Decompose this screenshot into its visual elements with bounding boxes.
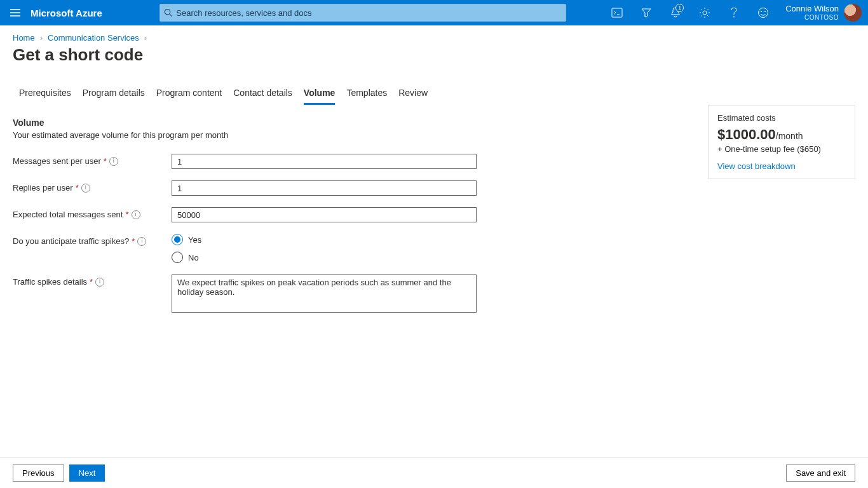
cost-setup-fee: + One-time setup fee ($650) xyxy=(717,144,846,154)
global-search[interactable] xyxy=(159,4,566,22)
info-icon[interactable]: i xyxy=(132,210,140,219)
tab-review[interactable]: Review xyxy=(398,88,428,105)
tab-program-content[interactable]: Program content xyxy=(156,88,222,105)
directories-button[interactable] xyxy=(632,0,661,25)
bottom-bar: Previous Next Save and exit xyxy=(0,458,868,488)
chevron-right-icon: › xyxy=(144,33,147,43)
label-total-messages: Expected total messages sent * i xyxy=(13,207,172,219)
tab-prerequisites[interactable]: Prerequisites xyxy=(19,88,71,105)
previous-button[interactable]: Previous xyxy=(13,464,64,482)
search-input[interactable] xyxy=(176,8,561,18)
radio-spikes-no[interactable]: No xyxy=(172,252,201,263)
tab-volume[interactable]: Volume xyxy=(304,88,336,105)
top-icons: 1 Connie Wilson CONTOSO xyxy=(602,0,868,25)
cost-title: Estimated costs xyxy=(717,113,846,123)
messages-per-user-input[interactable] xyxy=(172,154,477,169)
svg-point-6 xyxy=(761,11,762,12)
save-and-exit-button[interactable]: Save and exit xyxy=(786,464,855,482)
estimated-cost-card: Estimated costs $1000.00/month + One-tim… xyxy=(708,105,855,179)
cloud-shell-button[interactable] xyxy=(602,0,632,25)
tenant-name: CONTOSO xyxy=(785,14,839,22)
svg-line-1 xyxy=(170,14,172,17)
svg-point-0 xyxy=(165,9,170,14)
next-button[interactable]: Next xyxy=(69,464,105,482)
info-icon[interactable]: i xyxy=(95,278,104,287)
form-area: Volume Your estimated average volume for… xyxy=(0,105,868,315)
required-mark: * xyxy=(132,236,135,246)
replies-per-user-input[interactable] xyxy=(172,180,477,196)
tab-templates[interactable]: Templates xyxy=(346,88,387,105)
label-traffic-spikes: Do you anticipate traffic spikes?* i xyxy=(13,234,172,246)
account-block[interactable]: Connie Wilson CONTOSO xyxy=(778,4,844,22)
svg-point-7 xyxy=(764,11,766,12)
label-spikes-details: Traffic spikes details* i xyxy=(13,274,172,287)
radio-icon xyxy=(172,234,183,245)
hamburger-menu[interactable] xyxy=(0,0,31,25)
total-messages-input[interactable] xyxy=(172,207,477,222)
cost-period: /month xyxy=(776,131,803,141)
label-messages-per-user: Messages sent per user * i xyxy=(13,154,172,166)
search-icon xyxy=(164,8,173,17)
info-icon[interactable]: i xyxy=(81,184,90,193)
page-title: Get a short code xyxy=(0,44,868,70)
svg-point-5 xyxy=(759,8,768,18)
svg-point-4 xyxy=(733,17,735,18)
user-name: Connie Wilson xyxy=(785,4,839,14)
filter-icon xyxy=(641,8,652,18)
help-button[interactable] xyxy=(719,0,749,25)
feedback-button[interactable] xyxy=(749,0,778,25)
brand-label: Microsoft Azure xyxy=(31,8,128,18)
help-icon xyxy=(731,8,737,18)
cost-breakdown-link[interactable]: View cost breakdown xyxy=(717,161,796,171)
info-icon[interactable]: i xyxy=(109,157,118,166)
chevron-right-icon: › xyxy=(40,33,43,43)
svg-rect-2 xyxy=(612,8,622,17)
hamburger-icon xyxy=(10,9,20,17)
cost-amount: $1000.00 xyxy=(717,126,776,142)
required-mark: * xyxy=(90,277,93,287)
settings-button[interactable] xyxy=(690,0,719,25)
breadcrumb: Home › Communication Services › xyxy=(0,25,868,44)
required-mark: * xyxy=(125,210,128,219)
tab-program-details[interactable]: Program details xyxy=(83,88,145,105)
required-mark: * xyxy=(76,183,79,193)
svg-point-3 xyxy=(703,11,707,15)
spikes-details-textarea[interactable] xyxy=(172,274,477,313)
radio-icon xyxy=(172,252,183,263)
tabs: Prerequisites Program details Program co… xyxy=(0,70,868,105)
cloud-shell-icon xyxy=(611,8,623,18)
info-icon[interactable]: i xyxy=(137,237,146,246)
notification-badge: 1 xyxy=(675,4,684,12)
required-mark: * xyxy=(104,156,107,166)
breadcrumb-service[interactable]: Communication Services xyxy=(48,33,139,43)
breadcrumb-home[interactable]: Home xyxy=(13,33,35,43)
feedback-icon xyxy=(757,7,769,18)
tab-contact-details[interactable]: Contact details xyxy=(233,88,292,105)
top-bar: Microsoft Azure 1 Connie Wilson CONTOSO xyxy=(0,0,868,25)
avatar[interactable] xyxy=(844,4,862,22)
radio-spikes-yes[interactable]: Yes xyxy=(172,234,201,245)
gear-icon xyxy=(699,7,710,18)
notifications-button[interactable]: 1 xyxy=(661,0,690,25)
label-replies-per-user: Replies per user * i xyxy=(13,180,172,193)
